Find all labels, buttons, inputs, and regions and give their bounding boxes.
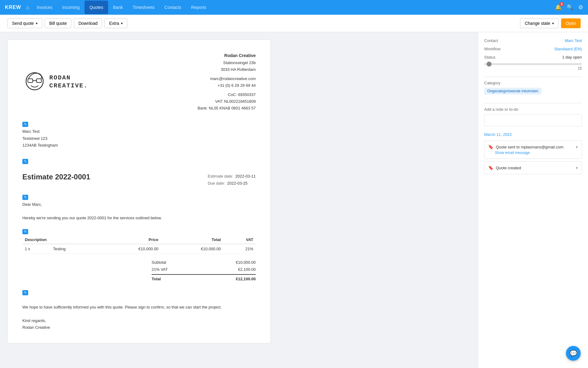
totals-section: Subtotal €10,000.00 21% VAT €2,100.00 To… bbox=[152, 259, 256, 282]
intro-section: ✎ Dear Marc, Hereby we're sending you ou… bbox=[22, 194, 256, 221]
slider-thumb[interactable] bbox=[487, 62, 492, 67]
company-phone: +31 (0) 6 29 29 69 44 bbox=[198, 82, 256, 89]
document-card: RODANCREATIVE. Rodan Creative Stationssi… bbox=[7, 40, 271, 343]
footer-edit-icon[interactable]: ✎ bbox=[22, 290, 28, 295]
items-edit-icon[interactable]: ✎ bbox=[22, 229, 28, 234]
estimate-edit-icon[interactable]: ✎ bbox=[22, 159, 28, 164]
contact-field: Contact Marc Test bbox=[484, 38, 582, 43]
workflow-field: Workflow Standaard (EN) bbox=[484, 47, 582, 51]
company-info: Rodan Creative Stationssingel 23b 3033 H… bbox=[198, 52, 256, 112]
send-quote-button[interactable]: Send quote ▾ bbox=[7, 18, 42, 28]
chat-icon: 💬 bbox=[570, 350, 577, 357]
document-area: RODANCREATIVE. Rodan Creative Stationssi… bbox=[0, 32, 478, 368]
timeline-expand-1[interactable]: ▾ bbox=[576, 166, 578, 170]
timeline-item-0-text: Quote sent to mplasmans@gmail.com bbox=[496, 145, 564, 149]
subtotal-row: Subtotal €10,000.00 bbox=[152, 259, 256, 266]
status-slider-area: 15 bbox=[484, 63, 582, 71]
bookmark-icon-1: 🔖 bbox=[488, 165, 493, 170]
contact-link[interactable]: Marc Test bbox=[565, 38, 582, 43]
nav-quotes[interactable]: Quotes bbox=[85, 1, 108, 14]
footer-section: ✎ We hope to have sufficiently informed … bbox=[22, 290, 256, 331]
vat-row: 21% VAT €2,100.00 bbox=[152, 266, 256, 273]
cell-vat: 21% bbox=[223, 244, 256, 254]
intro-edit-icon[interactable]: ✎ bbox=[22, 195, 28, 200]
intro-text: Dear Marc, Hereby we're sending you our … bbox=[22, 201, 256, 221]
extra-button[interactable]: Extra ▾ bbox=[104, 18, 127, 28]
estimate-section: ✎ Estimate 2022-0001 Estimate date: 2022… bbox=[22, 159, 256, 190]
workflow-link[interactable]: Standaard (EN) bbox=[554, 47, 582, 51]
estimate-date-row: Estimate date: 2022-03-11 bbox=[208, 173, 256, 180]
show-email-link[interactable]: Show email message bbox=[495, 151, 578, 155]
note-label: Add a note or to-do bbox=[484, 107, 582, 112]
company-bank: Bank: NL05 KNAB 0601 4663 57 bbox=[198, 105, 256, 112]
send-quote-chevron: ▾ bbox=[36, 21, 38, 25]
timeline-item-1-header: 🔖 Quote created ▾ bbox=[488, 165, 578, 170]
open-status-button[interactable]: Open bbox=[561, 18, 581, 28]
nav-bank[interactable]: Bank bbox=[108, 1, 128, 14]
settings-button[interactable]: ⚙ bbox=[578, 4, 583, 11]
col-description: Description bbox=[22, 236, 98, 244]
company-email: marc@rodancreative.com bbox=[198, 75, 256, 82]
items-section: ✎ Description Price Total VAT 1 x Testin… bbox=[22, 229, 256, 282]
timeline-item-0-header: 🔖 Quote sent to mplasmans@gmail.com ▾ bbox=[488, 144, 578, 149]
contact-value: Marc Test bbox=[565, 38, 582, 43]
navbar-right: 🔔 6 🔍 ⚙ bbox=[555, 4, 583, 11]
company-vat: VAT: NL002218451809 bbox=[198, 98, 256, 105]
recipient-edit-icon[interactable]: ✎ bbox=[22, 122, 28, 127]
bookmark-icon-0: 🔖 bbox=[488, 144, 493, 149]
cell-desc: Testing bbox=[48, 244, 98, 254]
slider-value: 15 bbox=[484, 66, 582, 71]
col-price: Price bbox=[98, 236, 161, 244]
note-input[interactable] bbox=[484, 114, 582, 126]
nav-incoming[interactable]: Incoming bbox=[57, 1, 85, 14]
workflow-value: Standaard (EN) bbox=[554, 47, 582, 51]
nav-contacts[interactable]: Contacts bbox=[160, 1, 186, 14]
sidebar-date: March 11, 2022 bbox=[484, 132, 582, 137]
change-state-button[interactable]: Change state ▾ bbox=[520, 18, 558, 28]
company-logo bbox=[22, 70, 47, 94]
change-state-chevron: ▾ bbox=[552, 21, 554, 25]
navbar: KREW ⌂ Invoices Incoming Quotes Bank Tim… bbox=[0, 0, 588, 15]
notification-badge: 6 bbox=[559, 2, 564, 6]
slider-track bbox=[484, 63, 582, 65]
estimate-title: Estimate 2022-0001 bbox=[22, 173, 90, 181]
status-value: 1 day open bbox=[562, 55, 582, 59]
recipient-address2: 1234AB Testingham bbox=[22, 142, 256, 149]
category-badge[interactable]: Ongecategoriseerde inkomsten bbox=[484, 88, 541, 94]
table-row: 1 x Testing €10,000.00 €10,000.00 21% bbox=[22, 244, 256, 254]
due-date-row: Due date: 2022-03-25 bbox=[208, 180, 256, 187]
cell-total: €10,000.00 bbox=[161, 244, 223, 254]
sidebar: Contact Marc Test Workflow Standaard (EN… bbox=[478, 32, 588, 368]
estimate-dates: Estimate date: 2022-03-11 Due date: 2022… bbox=[208, 173, 256, 187]
status-field: Status 1 day open bbox=[484, 55, 582, 59]
extra-chevron: ▾ bbox=[121, 21, 123, 25]
logo-area: RODANCREATIVE. bbox=[22, 52, 88, 112]
total-row: Total €12,100.00 bbox=[152, 274, 256, 282]
recipient-box: Marc Test Teststreet 123 1234AB Testingh… bbox=[22, 128, 256, 148]
nav-timesheets[interactable]: Timesheets bbox=[128, 1, 160, 14]
timeline-expand-0[interactable]: ▾ bbox=[576, 145, 578, 149]
notifications-button[interactable]: 🔔 6 bbox=[555, 4, 562, 11]
nav-invoices[interactable]: Invoices bbox=[32, 1, 57, 14]
timeline-item-1: 🔖 Quote created ▾ bbox=[484, 161, 582, 174]
search-button[interactable]: 🔍 bbox=[567, 4, 573, 11]
company-coc: CoC: 69350337 bbox=[198, 91, 256, 98]
logo-text: RODANCREATIVE. bbox=[49, 74, 88, 90]
col-total: Total bbox=[161, 236, 223, 244]
footer-text: We hope to have sufficiently informed yo… bbox=[22, 304, 256, 331]
bill-quote-button[interactable]: Bill quote bbox=[45, 18, 72, 28]
col-vat: VAT bbox=[223, 236, 256, 244]
nav-reports[interactable]: Reports bbox=[186, 1, 211, 14]
download-button[interactable]: Download bbox=[74, 18, 102, 28]
svg-rect-2 bbox=[36, 79, 41, 82]
company-address2: 3033 HA Rotterdam bbox=[198, 66, 256, 73]
chat-button[interactable]: 💬 bbox=[566, 346, 581, 361]
toolbar: Send quote ▾ Bill quote Download Extra ▾… bbox=[0, 15, 588, 32]
estimate-header: Estimate 2022-0001 Estimate date: 2022-0… bbox=[22, 173, 256, 190]
home-icon[interactable]: ⌂ bbox=[26, 4, 29, 11]
cell-price: €10,000.00 bbox=[98, 244, 161, 254]
company-address1: Stationssingel 23b bbox=[198, 59, 256, 66]
timeline-item-0: 🔖 Quote sent to mplasmans@gmail.com ▾ Sh… bbox=[484, 140, 582, 159]
brand-name: KREW bbox=[5, 5, 21, 10]
main-layout: RODANCREATIVE. Rodan Creative Stationssi… bbox=[0, 32, 588, 368]
